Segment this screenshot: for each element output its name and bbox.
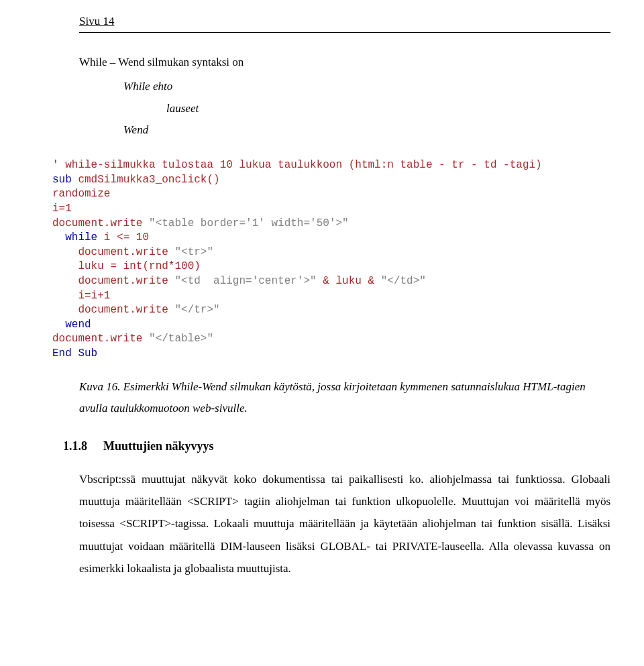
code-block: ' while-silmukka tulostaa 10 lukua taulu… — [52, 158, 610, 361]
section-title: Muuttujien näkyvyys — [103, 439, 214, 453]
document-page: Sivu 14 While – Wend silmukan syntaksi o… — [0, 0, 644, 666]
code-string: "<td align='center'>" — [174, 275, 316, 287]
caption-label: Kuva 16. — [79, 380, 120, 393]
section-heading: 1.1.8Muuttujien näkyvyys — [63, 439, 610, 453]
syntax-line-3: Wend — [123, 119, 610, 141]
code-string: "</tr>" — [174, 304, 219, 316]
code-string: "<tr>" — [174, 246, 213, 258]
code-keyword-wend: wend — [65, 319, 91, 331]
code-text: document.write — [52, 304, 174, 316]
section-number: 1.1.8 — [63, 439, 103, 453]
code-text: i=i+1 — [52, 290, 110, 302]
code-text: document.write — [52, 333, 149, 345]
code-keyword-while: while — [65, 231, 97, 243]
code-keyword-endsub: End Sub — [52, 347, 97, 359]
code-text: i=1 — [52, 203, 72, 215]
code-text — [52, 231, 65, 243]
syntax-line-2: lauseet — [166, 98, 610, 119]
syntax-line-1: While ehto — [123, 76, 610, 97]
code-text: document.write — [52, 217, 149, 229]
syntax-block: While ehto lauseet Wend — [123, 76, 610, 141]
code-keyword-sub: sub — [52, 174, 72, 186]
code-text: randomize — [52, 188, 110, 200]
code-comment: ' while-silmukka tulostaa 10 lukua taulu… — [52, 159, 542, 171]
code-text: cmdSilmukka3_onclick() — [72, 174, 220, 186]
body-paragraph: Vbscript:ssä muuttujat näkyvät koko doku… — [79, 468, 610, 579]
code-text: document.write — [52, 275, 174, 287]
caption-text: Esimerkki While-Wend silmukan käytöstä, … — [79, 380, 586, 414]
page-header: Sivu 14 — [79, 15, 610, 33]
code-string: "</td>" — [381, 275, 426, 287]
code-text: & luku & — [317, 275, 381, 287]
code-text — [52, 319, 65, 331]
code-text: luku = int(rnd*100) — [52, 260, 201, 272]
code-string: "<table border='1' width='50'>" — [149, 217, 349, 229]
code-text: i <= 10 — [97, 231, 149, 243]
code-text: document.write — [52, 246, 174, 258]
intro-text: While – Wend silmukan syntaksi on — [79, 52, 610, 73]
figure-caption: Kuva 16. Esimerkki While-Wend silmukan k… — [79, 376, 610, 420]
code-string: "</table>" — [149, 333, 213, 345]
